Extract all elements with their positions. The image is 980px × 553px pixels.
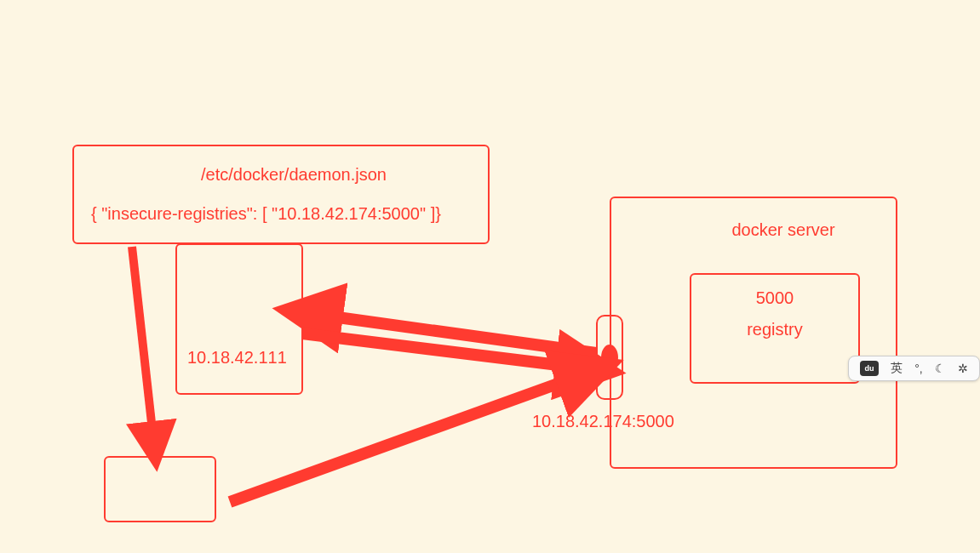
client-box-2 — [104, 456, 216, 522]
ime-toolbar[interactable]: du 英 °, ☾ ✲ — [848, 356, 980, 381]
arrow-client1-to-server — [302, 334, 579, 368]
arrow-config-to-client2 — [132, 247, 153, 438]
config-box: /etc/docker/daemon.json { "insecure-regi… — [72, 145, 490, 244]
config-content: { "insecure-registries": [ "10.18.42.174… — [91, 204, 471, 224]
arrow-server-to-client1 — [319, 315, 596, 353]
config-file-path: /etc/docker/daemon.json — [91, 165, 471, 185]
registry-port: 5000 — [756, 288, 794, 308]
ime-logo-icon[interactable]: du — [860, 361, 879, 376]
port-connector-dot — [601, 345, 618, 370]
registry-name: registry — [747, 320, 803, 339]
ime-lang-indicator[interactable]: 英 — [891, 361, 903, 376]
client-box-1: 10.18.42.111 — [175, 243, 303, 395]
registry-box: 5000 registry — [690, 273, 860, 384]
ime-punct-indicator[interactable]: °, — [914, 362, 923, 375]
arrow-client2-to-server — [230, 376, 579, 502]
docker-server-title: docker server — [628, 215, 879, 240]
client-1-ip: 10.18.42.111 — [187, 348, 287, 368]
server-endpoint-label: 10.18.42.174:5000 — [532, 412, 674, 431]
gear-icon[interactable]: ✲ — [958, 362, 968, 375]
moon-icon[interactable]: ☾ — [935, 362, 946, 375]
